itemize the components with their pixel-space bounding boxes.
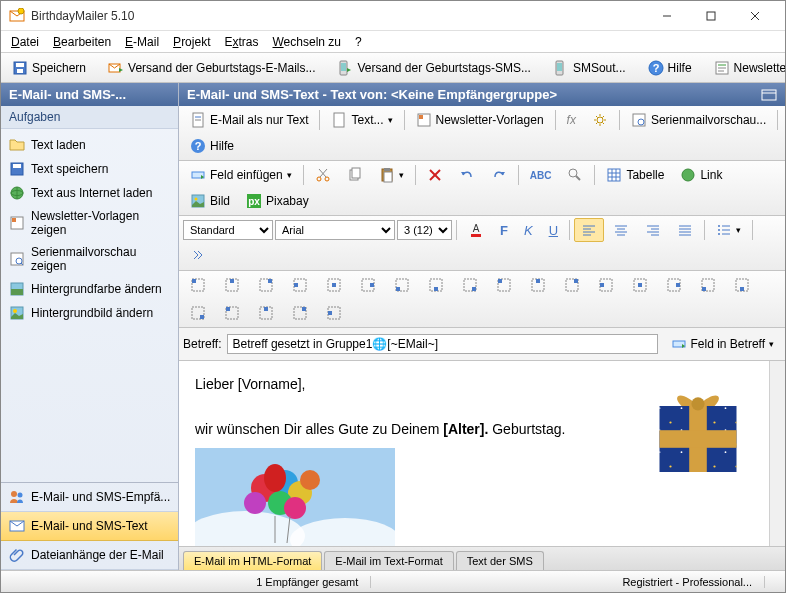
table-button[interactable]: Tabelle — [599, 163, 671, 187]
undo-button[interactable] — [452, 163, 482, 187]
italic-button[interactable]: K — [517, 219, 540, 242]
task-newsletter-templates[interactable]: Newsletter-Vorlagen zeigen — [1, 205, 178, 241]
list-button[interactable]: ▾ — [709, 218, 748, 242]
menu-help[interactable]: ? — [349, 33, 368, 51]
cut-button[interactable] — [308, 163, 338, 187]
layout-btn-13[interactable] — [625, 273, 655, 297]
tab-html[interactable]: E-Mail im HTML-Format — [183, 551, 322, 570]
layout-icon — [666, 277, 682, 293]
tab-text[interactable]: E-Mail im Text-Format — [324, 551, 453, 570]
layout-btn-3[interactable] — [285, 273, 315, 297]
layout-icon — [292, 277, 308, 293]
save-button[interactable]: Speichern — [5, 56, 93, 80]
layout-icon — [258, 305, 274, 321]
menu-extras[interactable]: Extras — [218, 33, 264, 51]
layout-btn-6[interactable] — [387, 273, 417, 297]
mailpreview-button[interactable]: Serienmailvorschau... — [624, 108, 773, 132]
layout-btn-5[interactable] — [353, 273, 383, 297]
task-text-internet[interactable]: Text aus Internet laden — [1, 181, 178, 205]
help-button[interactable]: ?Hilfe — [641, 56, 699, 80]
layout-btn-14[interactable] — [659, 273, 689, 297]
subject-input[interactable] — [227, 334, 657, 354]
tab-sms[interactable]: Text der SMS — [456, 551, 544, 570]
templates-button[interactable]: Newsletter-Vorlagen — [409, 108, 551, 132]
fx-button[interactable]: fx — [560, 109, 583, 131]
tools-button[interactable] — [585, 108, 615, 132]
help2-button[interactable]: ?Hilfe — [183, 134, 241, 158]
layout-btn-20[interactable] — [285, 301, 315, 325]
menu-email[interactable]: E-Mail — [119, 33, 165, 51]
svg-rect-123 — [600, 283, 604, 287]
redo-button[interactable] — [484, 163, 514, 187]
window-title: BirthdayMailer 5.10 — [31, 9, 645, 23]
pixabay-button[interactable]: pxPixabay — [239, 189, 316, 213]
layout-btn-8[interactable] — [455, 273, 485, 297]
layout-btn-4[interactable] — [319, 273, 349, 297]
layout-btn-21[interactable] — [319, 301, 349, 325]
style-select[interactable]: Standard — [183, 220, 273, 240]
svg-rect-31 — [11, 289, 23, 295]
menu-datei[interactable]: Datei — [5, 33, 45, 51]
layout-btn-9[interactable] — [489, 273, 519, 297]
task-bgimage[interactable]: Hintergrundbild ändern — [1, 301, 178, 325]
align-left-button[interactable] — [574, 218, 604, 242]
layout-btn-11[interactable] — [557, 273, 587, 297]
font-select[interactable]: Arial — [275, 220, 395, 240]
newsletter-software-button[interactable]: Newsletter-Versand-Softw — [707, 56, 785, 80]
size-select[interactable]: 3 (12) — [397, 220, 452, 240]
nav-attachments[interactable]: Dateianhänge der E-Mail — [1, 541, 178, 570]
layout-btn-17[interactable] — [183, 301, 213, 325]
svg-point-33 — [13, 309, 17, 313]
layout-btn-15[interactable] — [693, 273, 723, 297]
text-button[interactable]: Text...▾ — [324, 108, 399, 132]
close-button[interactable] — [733, 2, 777, 30]
align-justify-button[interactable] — [670, 218, 700, 242]
plain-text-button[interactable]: E-Mail als nur Text — [183, 108, 315, 132]
paste-button[interactable]: ▾ — [372, 163, 411, 187]
layout-btn-7[interactable] — [421, 273, 451, 297]
layout-btn-16[interactable] — [727, 273, 757, 297]
more-format-button[interactable] — [183, 244, 213, 268]
task-text-speichern[interactable]: Text speichern — [1, 157, 178, 181]
find-button[interactable] — [560, 163, 590, 187]
task-text-laden[interactable]: Text laden — [1, 133, 178, 157]
sidebar: E-Mail- und SMS-... Aufgaben Text laden … — [1, 83, 179, 570]
spellcheck-button[interactable]: ABC — [523, 166, 559, 185]
image-button[interactable]: Bild — [183, 189, 237, 213]
link-button[interactable]: Link — [673, 163, 729, 187]
send-sms-button[interactable]: Versand der Geburtstags-SMS... — [330, 56, 537, 80]
field-in-subject-button[interactable]: Feld in Betreff▾ — [664, 332, 781, 356]
underline-button[interactable]: U — [542, 219, 565, 242]
collapse-icon[interactable] — [761, 89, 777, 101]
color-button[interactable]: A — [461, 218, 491, 242]
vertical-scrollbar[interactable] — [769, 361, 785, 546]
layout-btn-19[interactable] — [251, 301, 281, 325]
layout-btn-12[interactable] — [591, 273, 621, 297]
menu-projekt[interactable]: Projekt — [167, 33, 216, 51]
delete-button[interactable] — [420, 163, 450, 187]
task-preview[interactable]: Serienmailvorschau zeigen — [1, 241, 178, 277]
align-right-button[interactable] — [638, 218, 668, 242]
nav-text[interactable]: E-Mail- und SMS-Text — [1, 512, 178, 541]
align-center-button[interactable] — [606, 218, 636, 242]
bold-button[interactable]: F — [493, 219, 515, 242]
send-emails-button[interactable]: Versand der Geburtstags-E-Mails... — [101, 56, 322, 80]
svg-rect-11 — [341, 63, 346, 71]
layout-btn-2[interactable] — [251, 273, 281, 297]
layout-btn-18[interactable] — [217, 301, 247, 325]
copy-button[interactable] — [340, 163, 370, 187]
minimize-button[interactable] — [645, 2, 689, 30]
layout-icon — [496, 277, 512, 293]
maximize-button[interactable] — [689, 2, 733, 30]
menu-wechseln[interactable]: Wechseln zu — [267, 33, 347, 51]
smsout-button[interactable]: SMSout... — [546, 56, 633, 80]
task-bgcolor[interactable]: Hintergrundfarbe ändern — [1, 277, 178, 301]
email-editor[interactable]: Lieber [Vorname], wir wünschen Dir alles… — [179, 361, 769, 546]
link-icon — [680, 167, 696, 183]
layout-btn-10[interactable] — [523, 273, 553, 297]
nav-recipients[interactable]: E-Mail- und SMS-Empfä... — [1, 483, 178, 512]
menu-bearbeiten[interactable]: Bearbeiten — [47, 33, 117, 51]
layout-btn-0[interactable] — [183, 273, 213, 297]
layout-btn-1[interactable] — [217, 273, 247, 297]
insert-field-button[interactable]: Feld einfügen▾ — [183, 163, 299, 187]
